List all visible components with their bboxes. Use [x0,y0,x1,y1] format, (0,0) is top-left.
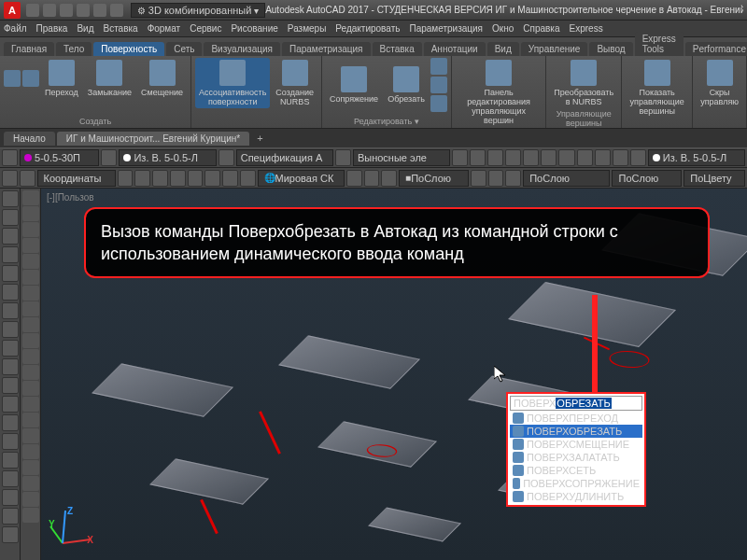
tool-icon[interactable] [2,228,19,245]
tool-icon[interactable] [22,492,39,507]
tool-icon[interactable] [430,58,447,75]
autocomplete-item[interactable]: ПОВЕРХПЕРЕХОД [510,412,642,425]
tool-icon[interactable] [430,77,447,93]
tool-icon[interactable] [22,238,39,253]
tool-icon[interactable] [22,333,39,348]
tool-icon[interactable] [22,476,39,491]
layer-dd-5[interactable]: Из. В. 5-0.5-Л [648,149,745,166]
hide-cv-button[interactable]: Скры управляю [697,58,742,108]
tool-icon[interactable] [2,526,19,543]
dynamic-input-field[interactable]: ПОВЕРХОБРЕЗАТЬ [510,396,642,411]
tool-icon[interactable] [22,365,39,380]
tool-icon[interactable] [22,286,39,301]
tool-icon[interactable] [505,170,521,187]
tab-solid[interactable]: Тело [56,42,92,56]
tool-icon[interactable] [22,270,39,285]
qat-new-icon[interactable] [26,4,39,17]
lineweight-dd[interactable]: ПоСлою [612,170,682,187]
layer-dd-1[interactable]: 5-0.5-30П [20,149,99,166]
tool-icon[interactable] [4,70,21,87]
tool-icon[interactable] [2,265,19,282]
tool-icon[interactable] [22,206,39,221]
menu-modify[interactable]: Редактировать [335,23,400,34]
tool-icon[interactable] [452,149,468,166]
menu-format[interactable]: Формат [148,23,181,34]
menu-dim[interactable]: Размеры [288,23,327,34]
show-cv-button[interactable]: Показать управляющие вершины [626,58,688,118]
close-button[interactable]: Замыкание [84,58,135,99]
tool-icon[interactable] [152,170,168,187]
app-logo-icon[interactable]: A [4,2,21,19]
tool-icon[interactable] [630,149,646,166]
tool-icon[interactable] [2,170,18,187]
tool-icon[interactable] [2,358,19,375]
tab-perf[interactable]: Performance [685,42,747,56]
tab-insert[interactable]: Вставка [373,42,422,56]
tool-icon[interactable] [101,149,117,166]
tool-icon[interactable] [2,302,19,319]
new-tab-button[interactable]: + [251,133,268,144]
qat-redo-icon[interactable] [93,4,106,17]
tab-view[interactable]: Вид [487,42,519,56]
tool-icon[interactable] [2,452,19,469]
tab-surface[interactable]: Поверхность [93,42,164,56]
tool-icon[interactable] [523,149,539,166]
tool-icon[interactable] [430,95,447,112]
autocomplete-item[interactable]: ПОВЕРХСЕТЬ [510,464,642,477]
autocomplete-item[interactable]: ПОВЕРХСМЕЩЕНИЕ [510,438,642,451]
offset-button[interactable]: Смещение [137,58,187,99]
tool-icon[interactable] [2,190,19,207]
trim-button[interactable]: Обрезать [384,64,429,105]
tool-icon[interactable] [381,170,397,187]
tab-output[interactable]: Вывод [589,42,632,56]
tool-icon[interactable] [346,170,362,187]
tool-icon[interactable] [2,377,19,394]
menu-edit[interactable]: Правка [36,23,68,34]
tool-icon[interactable] [2,414,19,431]
tool-icon[interactable] [22,397,39,412]
tool-icon[interactable] [541,149,557,166]
drawing-canvas[interactable]: [-][Пользов Вызов команды Поверхобрезать… [41,189,747,560]
qat-save-icon[interactable] [60,4,73,17]
tool-icon[interactable] [22,413,39,427]
tool-icon[interactable] [22,428,39,443]
tool-icon[interactable] [22,508,39,523]
tool-icon[interactable] [2,470,19,487]
menu-help[interactable]: Справка [523,23,559,34]
tool-icon[interactable] [470,149,486,166]
tool-icon[interactable] [2,209,19,226]
nurbs-create-button[interactable]: Создание NURBS [272,58,317,108]
tool-icon[interactable] [2,321,19,338]
tool-icon[interactable] [22,190,39,205]
tool-icon[interactable] [22,460,39,475]
tool-icon[interactable] [218,149,234,166]
ucs-icon[interactable]: X Y Z [49,506,95,553]
tab-annotate[interactable]: Аннотации [424,42,486,56]
tool-icon[interactable] [2,284,19,301]
fillet-button[interactable]: Сопряжение [326,64,382,105]
tool-icon[interactable] [471,170,486,187]
tool-icon[interactable] [595,149,611,166]
tool-icon[interactable] [2,508,19,525]
tool-icon[interactable] [118,170,134,187]
autocomplete-item[interactable]: ПОВЕРХУДЛИНИТЬ [510,490,642,503]
tool-icon[interactable] [134,170,150,187]
convert-nurbs-button[interactable]: Преобразовать в NURBS [550,58,617,108]
tool-icon[interactable] [613,149,628,166]
loft-button[interactable]: Переход [41,58,82,99]
autocomplete-item[interactable]: ПОВЕРХОБРЕЗАТЬ [510,425,642,438]
autocomplete-item[interactable]: ПОВЕРХСОПРЯЖЕНИЕ [510,477,642,490]
tool-icon[interactable] [558,149,574,166]
menu-window[interactable]: Окно [492,23,514,34]
menu-tools[interactable]: Сервис [190,23,221,34]
tab-manage[interactable]: Управление [521,42,588,56]
qat-open-icon[interactable] [43,4,56,17]
tool-icon[interactable] [22,301,39,316]
tool-icon[interactable] [22,254,39,269]
autocomplete-item[interactable]: ПОВЕРХЗАЛАТАТЬ [510,451,642,464]
menu-express[interactable]: Express [570,23,603,34]
tool-icon[interactable] [2,149,18,166]
coord-dd[interactable]: Координаты [37,170,116,187]
doc-tab-start[interactable]: Начало [4,132,55,146]
tool-icon[interactable] [240,170,256,187]
